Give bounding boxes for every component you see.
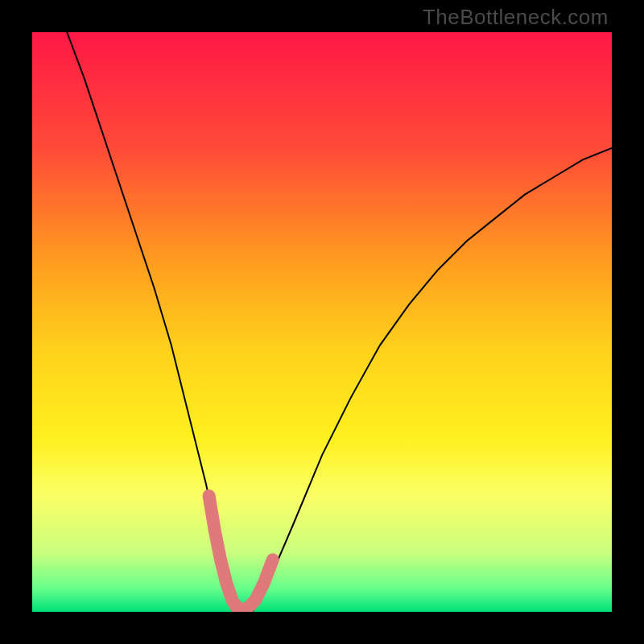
chart-frame: TheBottleneck.com xyxy=(0,0,644,644)
optimal-band xyxy=(209,496,273,609)
bottleneck-curve xyxy=(67,32,612,612)
plot-area xyxy=(32,32,612,612)
curve-layer xyxy=(32,32,612,612)
watermark-text: TheBottleneck.com xyxy=(423,5,609,30)
